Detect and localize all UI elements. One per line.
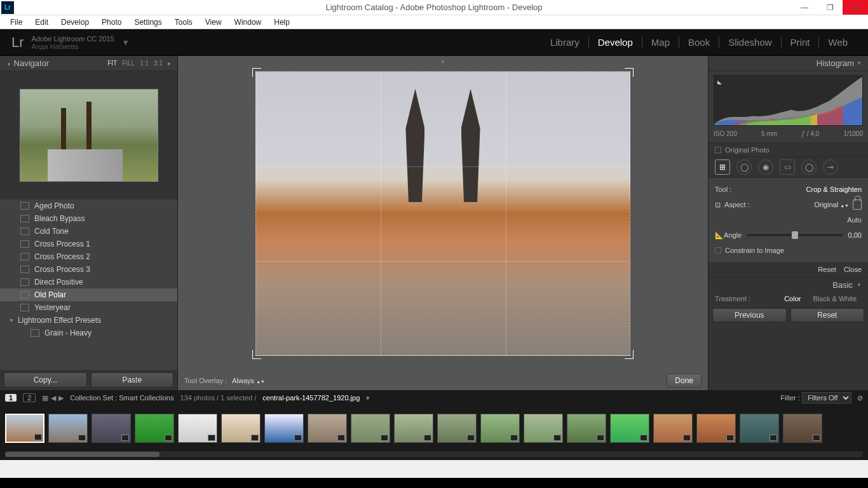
menu-edit[interactable]: Edit	[29, 17, 55, 28]
thumb[interactable]	[653, 414, 693, 443]
preset-item[interactable]: Cross Process 2	[0, 250, 177, 263]
checkbox-icon[interactable]	[715, 147, 721, 153]
thumb[interactable]	[567, 414, 606, 443]
reset-button[interactable]: Reset	[790, 308, 865, 322]
redeye-tool-icon[interactable]: ◉	[758, 159, 773, 175]
zoom-fit[interactable]: FIT	[107, 60, 117, 67]
crop-handle-bl[interactable]	[252, 350, 261, 359]
thumb[interactable]	[437, 414, 477, 443]
thumb[interactable]	[480, 414, 520, 443]
photo-crop-overlay[interactable]	[255, 71, 630, 356]
thumb[interactable]	[696, 414, 736, 443]
zoom-menu-icon[interactable]: ▸	[168, 60, 171, 67]
grid-view-icon[interactable]: ▦	[42, 394, 48, 402]
lock-icon[interactable]	[853, 200, 862, 210]
preset-item-selected[interactable]: Old Polar	[0, 288, 177, 301]
treatment-color[interactable]: Color	[779, 295, 806, 302]
preset-group[interactable]: Lightroom Effect Presets	[0, 314, 177, 327]
angle-slider[interactable]	[747, 234, 843, 236]
crop-handle-tr[interactable]	[625, 68, 634, 77]
menu-help[interactable]: Help	[268, 17, 296, 28]
thumb[interactable]	[264, 414, 304, 443]
navigator-preview[interactable]	[0, 71, 177, 200]
monitor-1-button[interactable]: 1	[5, 394, 17, 402]
spot-tool-icon[interactable]: ◯	[736, 159, 752, 175]
thumb[interactable]	[783, 414, 822, 443]
angle-value[interactable]: 0,00	[848, 231, 862, 239]
menu-settings[interactable]: Settings	[128, 17, 168, 28]
menu-view[interactable]: View	[199, 17, 228, 28]
thumb[interactable]	[308, 414, 347, 443]
crop-close-button[interactable]: Close	[844, 266, 862, 273]
thumb[interactable]	[178, 414, 217, 443]
original-photo-toggle[interactable]: Original Photo	[709, 142, 868, 156]
copy-button[interactable]: Copy...	[4, 372, 87, 388]
thumb-selected[interactable]	[5, 414, 44, 443]
crop-tool-icon[interactable]: ⊞	[715, 159, 730, 175]
menu-file[interactable]: File	[4, 17, 29, 28]
histogram-header[interactable]: Histogram ▼	[709, 56, 868, 71]
preset-item[interactable]: Yesteryear	[0, 301, 177, 314]
thumb[interactable]	[610, 414, 649, 443]
module-library[interactable]: Library	[541, 37, 589, 48]
canvas[interactable]	[178, 56, 708, 371]
minimize-button[interactable]: —	[792, 0, 817, 15]
current-filename[interactable]: central-park-1457782_1920.jpg	[262, 394, 360, 402]
module-book[interactable]: Book	[679, 37, 719, 48]
preset-item[interactable]: Direct Positive	[0, 276, 177, 288]
thumb[interactable]	[221, 414, 261, 443]
filmstrip-scrollbar[interactable]	[5, 451, 863, 458]
maximize-button[interactable]: ❐	[817, 0, 843, 15]
module-slideshow[interactable]: Slideshow	[719, 37, 781, 48]
module-map[interactable]: Map	[642, 37, 679, 48]
crop-handle-br[interactable]	[625, 350, 634, 359]
treatment-bw[interactable]: Black & White	[808, 295, 862, 302]
preset-item[interactable]: Grain - Heavy	[0, 327, 177, 339]
collection-label[interactable]: Collection Set : Smart Collections	[70, 394, 173, 402]
gradient-tool-icon[interactable]: ▭	[780, 159, 795, 175]
next-photo-icon[interactable]: ▶	[58, 394, 64, 402]
preset-item[interactable]: Bleach Bypass	[0, 212, 177, 225]
done-button[interactable]: Done	[667, 374, 702, 388]
preset-item[interactable]: Aged Photo	[0, 200, 177, 212]
zoom-3-1[interactable]: 3:1	[154, 60, 163, 67]
thumb[interactable]	[351, 414, 390, 443]
aspect-value[interactable]: Original ▲▼	[814, 201, 849, 208]
module-print[interactable]: Print	[782, 37, 820, 48]
zoom-fill[interactable]: FILL	[122, 60, 135, 67]
tool-overlay-value[interactable]: Always ▲▼	[232, 377, 265, 384]
previous-button[interactable]: Previous	[712, 308, 787, 322]
close-button[interactable]: ✕	[843, 0, 868, 15]
radial-tool-icon[interactable]: ◯	[801, 159, 817, 175]
module-develop[interactable]: Develop	[589, 37, 642, 48]
filmstrip-thumbs[interactable]	[0, 405, 868, 451]
crop-reset-button[interactable]: Reset	[818, 266, 836, 273]
preset-item[interactable]: Cross Process 3	[0, 263, 177, 276]
navigator-header[interactable]: ▼ Navigator FIT FILL 1:1 3:1 ▸	[0, 56, 177, 71]
preset-item[interactable]: Cold Tone	[0, 225, 177, 238]
menu-tools[interactable]: Tools	[168, 17, 199, 28]
paste-button[interactable]: Paste	[91, 372, 174, 388]
module-web[interactable]: Web	[819, 37, 857, 48]
filter-select[interactable]: Filters Off	[802, 392, 851, 403]
auto-button[interactable]: Auto	[847, 216, 862, 224]
histogram[interactable]: ISO 200 5 mm ƒ / 4,0 1/1000	[709, 71, 868, 142]
constrain-checkbox[interactable]	[715, 247, 721, 254]
angle-icon[interactable]: 📐	[715, 231, 724, 240]
zoom-1-1[interactable]: 1:1	[140, 60, 149, 67]
thumb[interactable]	[740, 414, 779, 443]
aspect-icon[interactable]: ⊡	[715, 201, 721, 209]
crop-handle-tl[interactable]	[252, 68, 261, 77]
monitor-2-button[interactable]: 2	[23, 393, 36, 402]
brush-tool-icon[interactable]: ⊸	[823, 159, 838, 175]
brand-sub[interactable]: Adobe Lightroom CC 2015 Анда Набиева	[32, 35, 114, 50]
thumb[interactable]	[524, 414, 563, 443]
preset-item[interactable]: Cross Process 1	[0, 238, 177, 250]
filter-lock-icon[interactable]: ⊘	[857, 394, 863, 402]
basic-header[interactable]: Basic▼	[709, 278, 868, 292]
thumb[interactable]	[135, 414, 174, 443]
menu-develop[interactable]: Develop	[55, 17, 95, 28]
menu-photo[interactable]: Photo	[95, 17, 128, 28]
thumb[interactable]	[48, 414, 88, 443]
thumb[interactable]	[394, 414, 433, 443]
